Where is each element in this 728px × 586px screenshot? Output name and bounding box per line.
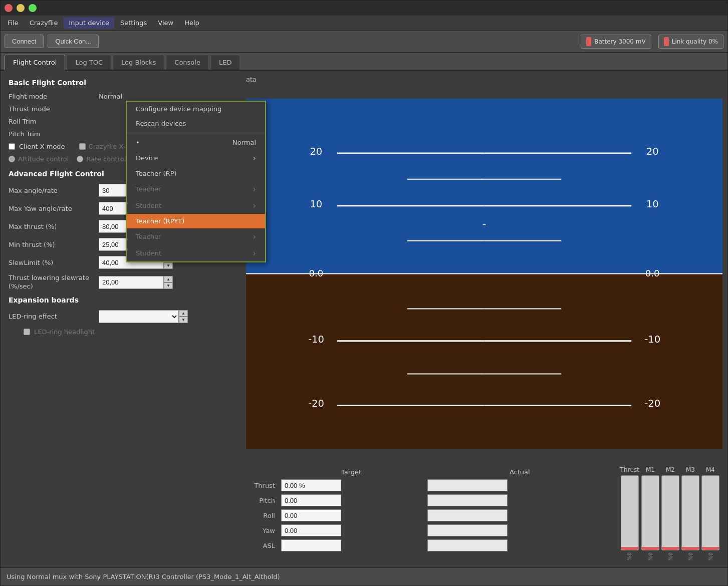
yaw-label: Yaw	[248, 523, 278, 538]
svg-rect-1	[246, 274, 722, 449]
roll-label: Roll	[248, 508, 278, 523]
led-ring-down[interactable]: ▼	[179, 317, 188, 323]
controls-table-area: Target Actual Thrust	[246, 462, 617, 567]
menu-crazyflie[interactable]: Crazyflie	[25, 17, 63, 29]
m2-label: M2	[666, 466, 675, 473]
thrust-lowering-up[interactable]: ▲	[164, 276, 173, 282]
pitch-label-20-right: 20	[646, 146, 659, 157]
max-yaw-label: Max Yaw angle/rate	[9, 205, 99, 212]
thrust-lowering-label: Thrust lowering slewrate (%/sec)	[9, 274, 99, 291]
battery-label: Battery 3000 mV	[594, 38, 645, 45]
asl-label: ASL	[248, 538, 278, 553]
menu-view[interactable]: View	[153, 17, 178, 29]
tab-led[interactable]: LED	[210, 55, 240, 70]
menu-file[interactable]: File	[3, 17, 24, 29]
attitude-control-option[interactable]: Attitude control	[9, 155, 69, 163]
m4-label: M4	[706, 466, 715, 473]
pitch-label-m10-right: -10	[644, 334, 660, 345]
m2-slider-pct: %0	[668, 552, 673, 560]
teacher1-item[interactable]: Teacher	[127, 181, 265, 197]
m1-slider-group: M1 %0	[641, 466, 659, 560]
thrust-slider-label: Thrust	[620, 466, 639, 473]
flight-mode-label: Flight mode	[9, 93, 99, 100]
titlebar	[1, 1, 727, 16]
thrust-slider-track[interactable]	[621, 475, 639, 550]
roll-target-input[interactable]	[281, 509, 341, 521]
student1-item[interactable]: Student	[127, 197, 265, 214]
link-label: Link quality 0%	[672, 38, 718, 45]
m2-slider-fill	[662, 547, 679, 550]
tab-log-toc[interactable]: Log TOC	[67, 55, 111, 70]
thrust-lowering-down[interactable]: ▼	[164, 282, 173, 289]
m2-slider-group: M2 %0	[661, 466, 679, 560]
led-headlight-checkbox[interactable]	[24, 329, 30, 335]
asl-target-cell	[278, 538, 424, 553]
teacher-rpyt-item[interactable]: Teacher (RPYT)	[127, 214, 265, 228]
tab-console[interactable]: Console	[166, 55, 209, 70]
pitch-actual-cell	[424, 493, 615, 508]
controls-bottom: Target Actual Thrust	[246, 462, 722, 567]
yaw-actual-display	[427, 524, 508, 536]
led-ring-select[interactable]	[99, 310, 179, 323]
client-xmode-checkbox[interactable]	[9, 143, 15, 150]
flight-mode-value: Normal	[99, 93, 122, 100]
col-header-target: Target	[278, 466, 424, 478]
max-angle-label: Max angle/rate	[9, 187, 99, 194]
tab-log-blocks[interactable]: Log Blocks	[113, 55, 164, 70]
menu-settings[interactable]: Settings	[115, 17, 152, 29]
attitude-indicator-container: 20 20 10 10	[246, 85, 722, 462]
rate-control-option[interactable]: Rate control	[77, 155, 126, 163]
asl-target-input[interactable]	[281, 539, 341, 551]
tab-flight-control[interactable]: Flight Control	[5, 55, 65, 71]
thrust-target-input[interactable]	[281, 479, 341, 491]
quick-connect-button[interactable]: Quick Con...	[48, 35, 99, 48]
yaw-target-input[interactable]	[281, 524, 341, 536]
close-button[interactable]	[5, 4, 13, 12]
asl-actual-cell	[424, 538, 615, 553]
led-ring-row: LED-ring effect ▲ ▼	[9, 310, 238, 323]
menu-input-device[interactable]: Input device	[64, 17, 114, 29]
connect-button[interactable]: Connect	[5, 35, 44, 48]
thrust-lowering-input[interactable]	[99, 276, 164, 289]
device-item[interactable]: Device	[127, 150, 265, 166]
minimize-button[interactable]	[17, 4, 25, 12]
pitch-label-10-right: 10	[646, 198, 659, 210]
roll-actual-display	[427, 509, 508, 521]
slew-limit-down[interactable]: ▼	[164, 262, 173, 269]
maximize-button[interactable]	[29, 4, 37, 12]
teacher-rp-item[interactable]: Teacher (RP)	[127, 166, 265, 181]
pitch-label-10-left: 10	[310, 198, 322, 210]
m3-label: M3	[686, 466, 695, 473]
min-thrust-label: Min thrust (%)	[9, 241, 99, 248]
m1-slider-track[interactable]	[641, 475, 659, 550]
main-window: File Crazyflie Input device Settings Vie…	[0, 0, 728, 586]
roll-trim-label: Roll Trim	[9, 118, 99, 125]
pitch-label-20-left: 20	[310, 146, 322, 157]
configure-mapping-item[interactable]: Configure device mapping	[127, 102, 265, 116]
m4-slider-track[interactable]	[701, 475, 719, 550]
basic-section-title: Basic Flight Control	[9, 79, 238, 87]
slew-limit-label: SlewLimit (%)	[9, 259, 99, 266]
menu-help[interactable]: Help	[179, 17, 204, 29]
expansion-section-title: Expansion boards	[9, 296, 238, 304]
led-ring-up[interactable]: ▲	[179, 310, 188, 317]
thrust-slider-pct: %0	[627, 552, 632, 560]
student2-item[interactable]: Student	[127, 245, 265, 261]
m4-slider-pct: %0	[708, 552, 713, 560]
main-content: Basic Flight Control Flight mode Normal …	[1, 71, 727, 567]
input-device-menu: Configure device mapping Rescan devices …	[126, 101, 266, 262]
m2-slider-track[interactable]	[661, 475, 679, 550]
max-thrust-label: Max thrust (%)	[9, 223, 99, 230]
svg-rect-0	[246, 99, 722, 274]
crazyflie-xmode-checkbox[interactable]	[79, 143, 86, 150]
pitch-target-input[interactable]	[281, 494, 341, 506]
separator-1	[127, 133, 265, 133]
link-icon	[664, 37, 669, 46]
m3-slider-track[interactable]	[681, 475, 699, 550]
rescan-devices-item[interactable]: Rescan devices	[127, 116, 265, 131]
link-indicator: Link quality 0%	[658, 35, 723, 49]
pitch-label-m20-right: -20	[644, 398, 660, 409]
normal-item[interactable]: Normal	[127, 135, 265, 150]
pitch-label-0-left: 0.0	[309, 268, 323, 278]
teacher2-item[interactable]: Teacher	[127, 228, 265, 245]
